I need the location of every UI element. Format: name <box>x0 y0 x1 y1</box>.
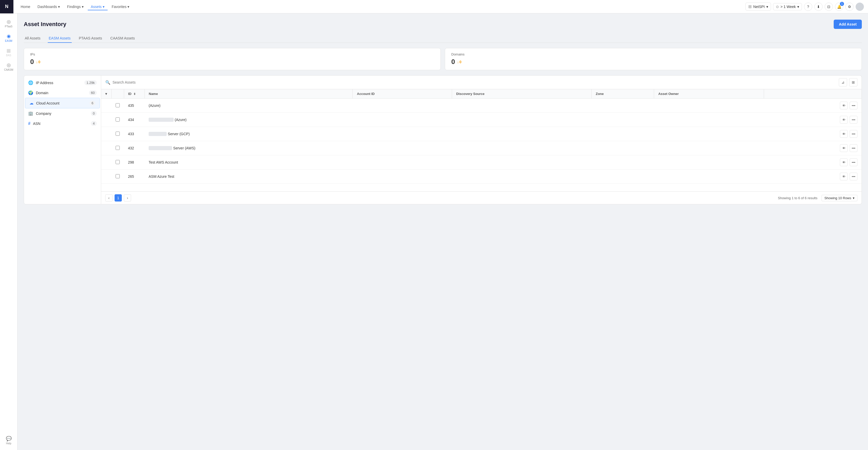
view-button-3[interactable]: 👁 <box>840 144 848 152</box>
more-button-4[interactable]: ••• <box>850 158 858 166</box>
view-button-4[interactable]: 👁 <box>840 158 848 166</box>
view-button-0[interactable]: 👁 <box>840 102 848 110</box>
table-body: 435 (Azure) 👁 ••• <box>101 98 862 184</box>
eye-icon: 👁 <box>842 132 845 136</box>
asset-types-panel: 🌐 IP Address 1.29k 🌍 Domain 60 ☁ Cloud A… <box>24 76 101 204</box>
row-zone-3 <box>591 141 654 155</box>
table-footer: ‹ 1 › Showing 1 to 6 of 6 results Showin… <box>101 191 862 204</box>
download-icon: ⬇ <box>817 5 820 9</box>
more-button-2[interactable]: ••• <box>850 130 858 138</box>
avatar[interactable] <box>856 3 864 11</box>
time-filter[interactable]: ⊙ > 1 Week ▾ <box>773 3 802 10</box>
next-page-button[interactable]: › <box>124 194 131 202</box>
sidebar-item-caasm[interactable]: ◎ CAASM <box>2 60 16 73</box>
prev-page-button[interactable]: ‹ <box>105 194 113 202</box>
domains-value: 0 ↓ 0 <box>451 58 855 66</box>
row-asset-owner-2 <box>654 127 764 141</box>
tab-all-assets[interactable]: All Assets <box>24 34 41 43</box>
view-button-1[interactable]: 👁 <box>840 116 848 124</box>
row-name-5: ASM Azure Test <box>145 170 353 184</box>
row-checkbox-0[interactable] <box>112 98 124 113</box>
row-checkbox-1[interactable] <box>112 113 124 127</box>
row-checkbox-2[interactable] <box>112 127 124 141</box>
content-area: 🌐 IP Address 1.29k 🌍 Domain 60 ☁ Cloud A… <box>24 76 862 204</box>
ellipsis-icon: ••• <box>852 132 855 136</box>
tab-ptaas-assets[interactable]: PTAAS Assets <box>78 34 103 43</box>
asset-type-ip-address[interactable]: 🌐 IP Address 1.29k <box>24 78 101 88</box>
add-asset-button[interactable]: Add Asset <box>834 20 862 29</box>
assets-table: ▾ ID ⇕ Name Account ID Discovery Source … <box>101 89 862 184</box>
sidebar: ◎ PTaaS ◉ EASM ▦ BAS ◎ CAASM 💬 Help <box>0 13 18 450</box>
page-1-button[interactable]: 1 <box>115 194 122 202</box>
share-button[interactable]: ⊡ <box>825 3 833 11</box>
domains-number: 0 <box>451 58 455 66</box>
view-button-5[interactable]: 👁 <box>840 173 848 180</box>
asset-type-domain[interactable]: 🌍 Domain 60 <box>24 88 101 98</box>
asset-type-asn[interactable]: # ASN 4 <box>24 118 101 128</box>
row-account-id-0 <box>353 98 452 113</box>
nav-favorites[interactable]: Favorites ▾ <box>108 3 133 10</box>
search-icon: 🔍 <box>105 80 111 85</box>
checkbox-5[interactable] <box>116 174 120 178</box>
asset-type-cloud-account[interactable]: ☁ Cloud Account 6 <box>25 98 100 109</box>
tab-easm-assets[interactable]: EASM Assets <box>48 34 72 43</box>
workspace-selector[interactable]: ⊞ NetSPI ▾ <box>745 3 771 10</box>
row-discovery-source-4 <box>452 155 592 170</box>
col-zone-header: Zone <box>591 89 654 98</box>
tab-caasm-assets[interactable]: CAASM Assets <box>110 34 136 43</box>
clock-icon: ⊙ <box>776 5 779 9</box>
more-button-1[interactable]: ••• <box>850 116 858 124</box>
filter-button[interactable]: ⊿ <box>839 78 847 86</box>
eye-icon: 👁 <box>842 160 845 164</box>
row-expand-3 <box>101 141 112 155</box>
sidebar-item-easm[interactable]: ◉ EASM <box>2 31 16 44</box>
table-search-bar: 🔍 ⊿ ⊞ <box>101 76 862 89</box>
checkbox-0[interactable] <box>116 103 120 107</box>
table-row: 433 Server (GCP) 👁 ••• <box>101 127 862 141</box>
row-checkbox-3[interactable] <box>112 141 124 155</box>
nav-dashboards[interactable]: Dashboards ▾ <box>34 3 63 10</box>
sidebar-item-help[interactable]: 💬 Help <box>2 433 16 447</box>
sidebar-item-ptaas[interactable]: ◎ PTaaS <box>2 17 16 30</box>
row-checkbox-5[interactable] <box>112 170 124 184</box>
checkbox-1[interactable] <box>116 117 120 122</box>
rows-selector[interactable]: Showing 10 Rows ▾ <box>822 195 858 201</box>
sidebar-item-bas[interactable]: ▦ BAS <box>2 46 16 59</box>
nav-findings[interactable]: Findings ▾ <box>64 3 87 10</box>
row-name-0: (Azure) <box>145 98 353 113</box>
view-button-2[interactable]: 👁 <box>840 130 848 138</box>
search-input[interactable] <box>113 80 837 84</box>
help-button[interactable]: ? <box>804 3 812 11</box>
domains-label: Domains <box>451 52 855 56</box>
row-discovery-source-0 <box>452 98 592 113</box>
row-checkbox-4[interactable] <box>112 155 124 170</box>
settings-button[interactable]: ⚙ <box>845 3 854 11</box>
row-expand-1 <box>101 113 112 127</box>
checkbox-4[interactable] <box>116 160 120 164</box>
row-id-1: 434 <box>124 113 145 127</box>
nav-assets[interactable]: Assets ▾ <box>88 3 107 10</box>
logo[interactable]: N <box>0 0 13 13</box>
ip-address-icon: 🌐 <box>28 80 33 85</box>
more-button-5[interactable]: ••• <box>850 173 858 180</box>
table-row: 432 Server (AWS) 👁 ••• <box>101 141 862 155</box>
columns-button[interactable]: ⊞ <box>849 78 858 86</box>
notifications-button[interactable]: 🔔 1 <box>835 3 843 11</box>
checkbox-3[interactable] <box>116 146 120 150</box>
download-button[interactable]: ⬇ <box>814 3 823 11</box>
row-account-id-5 <box>353 170 452 184</box>
col-expand-header: ▾ <box>101 89 112 98</box>
row-name-2: Server (GCP) <box>145 127 353 141</box>
row-zone-0 <box>591 98 654 113</box>
asset-type-company[interactable]: 🏢 Company 0 <box>24 109 101 118</box>
more-button-3[interactable]: ••• <box>850 144 858 152</box>
row-asset-owner-5 <box>654 170 764 184</box>
chevron-down-icon: ▾ <box>127 5 129 9</box>
col-id-header[interactable]: ID ⇕ <box>124 89 145 98</box>
nav-home[interactable]: Home <box>18 3 33 10</box>
more-button-0[interactable]: ••• <box>850 102 858 110</box>
checkbox-2[interactable] <box>116 131 120 136</box>
ellipsis-icon: ••• <box>852 146 855 150</box>
chevron-down-icon: ▾ <box>82 5 84 9</box>
footer-right: Showing 1 to 6 of 6 results Showing 10 R… <box>778 195 858 201</box>
